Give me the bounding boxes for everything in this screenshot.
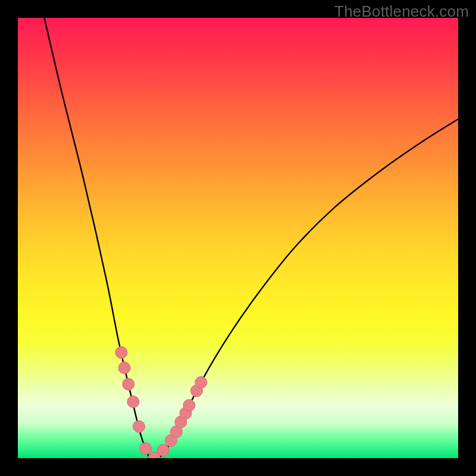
chart-frame: TheBottleneck.com xyxy=(0,0,476,476)
sample-marker xyxy=(118,362,130,374)
sample-marker xyxy=(195,377,207,389)
sample-marker xyxy=(140,443,152,455)
bottleneck-curve xyxy=(44,18,458,458)
sample-marker xyxy=(123,378,134,390)
plot-area xyxy=(18,18,458,458)
sample-marker xyxy=(133,421,145,433)
sample-markers xyxy=(115,346,207,458)
sample-marker xyxy=(127,396,139,408)
sample-marker xyxy=(183,399,195,411)
sample-marker xyxy=(157,444,169,456)
sample-marker xyxy=(115,346,127,358)
chart-svg xyxy=(18,18,458,458)
